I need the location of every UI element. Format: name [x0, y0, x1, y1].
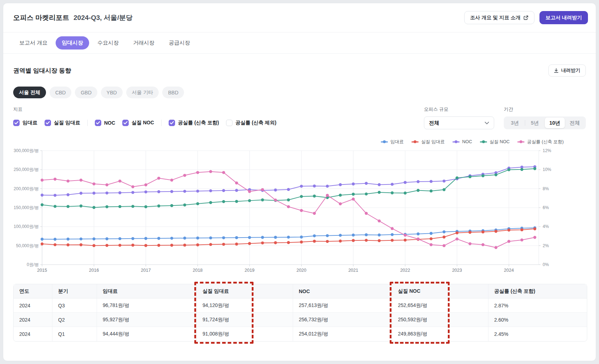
data-point[interactable] — [92, 206, 95, 209]
data-point[interactable] — [430, 237, 432, 240]
data-point[interactable] — [274, 241, 277, 244]
data-point[interactable] — [131, 185, 134, 188]
data-point[interactable] — [144, 191, 147, 193]
data-point[interactable] — [339, 240, 342, 243]
data-point[interactable] — [378, 191, 380, 194]
tab[interactable]: 거래시장 — [127, 36, 160, 50]
data-point[interactable] — [196, 243, 199, 246]
legend-item[interactable]: 실질 NOC — [480, 139, 510, 145]
data-point[interactable] — [170, 244, 173, 246]
data-point[interactable] — [157, 237, 160, 240]
metric-checkbox-item[interactable]: NOC — [95, 120, 115, 126]
data-point[interactable] — [481, 174, 484, 177]
data-point[interactable] — [261, 241, 264, 244]
data-point[interactable] — [352, 182, 355, 185]
data-point[interactable] — [261, 236, 264, 239]
data-point[interactable] — [157, 244, 160, 247]
data-point[interactable] — [416, 180, 419, 183]
data-point[interactable] — [222, 189, 225, 192]
metric-checkbox-item[interactable]: 공실률 (신축 포함) — [169, 120, 219, 126]
data-point[interactable] — [391, 191, 394, 194]
legend-item[interactable]: NOC — [452, 139, 472, 144]
data-point[interactable] — [326, 194, 329, 197]
data-point[interactable] — [209, 189, 212, 192]
data-point[interactable] — [53, 178, 56, 181]
data-point[interactable] — [53, 194, 56, 197]
data-point[interactable] — [144, 183, 147, 186]
data-point[interactable] — [313, 194, 316, 197]
data-point[interactable] — [170, 204, 173, 207]
data-point[interactable] — [533, 227, 536, 230]
data-point[interactable] — [507, 240, 510, 243]
data-point[interactable] — [106, 183, 108, 186]
period-option[interactable]: 5년 — [525, 118, 545, 128]
data-point[interactable] — [183, 236, 186, 239]
data-point[interactable] — [430, 189, 432, 192]
data-point[interactable] — [118, 180, 121, 182]
period-option[interactable]: 10년 — [545, 118, 565, 128]
data-point[interactable] — [404, 192, 406, 194]
data-point[interactable] — [352, 234, 355, 236]
data-point[interactable] — [248, 236, 251, 239]
data-point[interactable] — [261, 188, 264, 191]
data-point[interactable] — [80, 192, 82, 194]
region-pill[interactable]: CBD — [50, 87, 72, 98]
data-point[interactable] — [339, 183, 342, 186]
data-point[interactable] — [41, 178, 43, 181]
data-point[interactable] — [326, 240, 329, 243]
legend-item[interactable]: 실질 임대료 — [411, 139, 445, 145]
data-point[interactable] — [481, 243, 484, 246]
data-point[interactable] — [157, 177, 160, 180]
office-size-select[interactable]: 전체 — [424, 116, 494, 129]
data-point[interactable] — [507, 168, 510, 171]
data-point[interactable] — [339, 234, 342, 236]
data-point[interactable] — [222, 171, 225, 174]
data-point[interactable] — [416, 238, 419, 240]
data-point[interactable] — [456, 238, 459, 240]
data-point[interactable] — [209, 170, 212, 173]
data-point[interactable] — [80, 243, 82, 246]
metric-checkbox-item[interactable]: 실질 임대료 — [45, 120, 88, 126]
tab[interactable]: 임대시장 — [56, 36, 89, 50]
data-point[interactable] — [378, 239, 380, 242]
data-point[interactable] — [442, 188, 445, 191]
data-point[interactable] — [300, 235, 303, 238]
data-point[interactable] — [118, 205, 121, 208]
data-point[interactable] — [183, 244, 186, 246]
data-point[interactable] — [41, 243, 43, 245]
chart-download-button[interactable]: 내려받기 — [548, 64, 586, 77]
data-point[interactable] — [456, 176, 459, 179]
data-point[interactable] — [183, 190, 186, 193]
data-point[interactable] — [365, 239, 368, 241]
data-point[interactable] — [248, 190, 251, 193]
data-point[interactable] — [235, 181, 238, 184]
data-point[interactable] — [365, 212, 368, 215]
data-point[interactable] — [261, 198, 264, 201]
region-pill[interactable]: BBD — [162, 87, 184, 98]
checkbox[interactable] — [45, 120, 51, 126]
data-point[interactable] — [53, 205, 56, 208]
data-point[interactable] — [222, 236, 225, 239]
data-point[interactable] — [196, 171, 199, 174]
data-point[interactable] — [183, 174, 186, 177]
data-point[interactable] — [92, 182, 95, 185]
data-point[interactable] — [235, 236, 238, 239]
data-point[interactable] — [144, 205, 147, 208]
data-point[interactable] — [416, 189, 419, 192]
data-point[interactable] — [430, 243, 432, 246]
data-point[interactable] — [92, 237, 95, 240]
metric-checkbox-item[interactable]: 실질 NOC — [122, 120, 162, 126]
data-point[interactable] — [170, 190, 173, 193]
data-point[interactable] — [520, 238, 523, 241]
data-point[interactable] — [235, 243, 238, 245]
data-point[interactable] — [365, 233, 368, 236]
data-point[interactable] — [339, 194, 342, 197]
data-point[interactable] — [106, 244, 108, 247]
data-point[interactable] — [222, 243, 225, 246]
survey-intro-button[interactable]: 조사 개요 및 지표 소개 — [464, 11, 535, 24]
data-point[interactable] — [170, 178, 173, 181]
data-point[interactable] — [481, 230, 484, 233]
data-point[interactable] — [365, 192, 368, 195]
data-point[interactable] — [53, 243, 56, 246]
checkbox[interactable] — [13, 120, 20, 126]
